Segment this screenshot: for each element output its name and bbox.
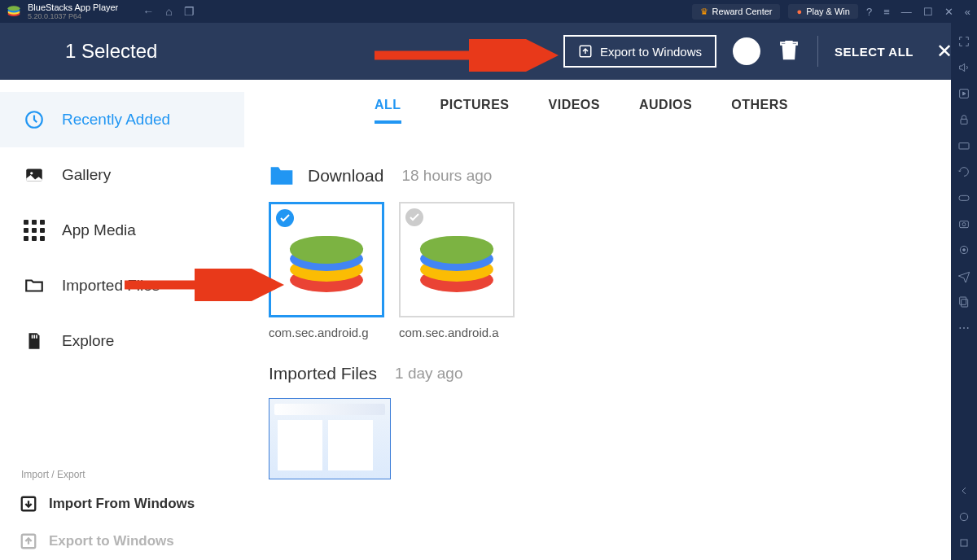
selection-count: 1 Selected <box>65 40 157 63</box>
copy-icon[interactable] <box>957 295 971 309</box>
keyboard-icon[interactable] <box>957 138 971 153</box>
sidebar-item-label: Explore <box>62 332 114 350</box>
screenshot-icon[interactable] <box>957 217 971 231</box>
nav-back-icon[interactable]: ← <box>142 5 154 18</box>
reward-center-button[interactable]: ♛Reward Center <box>692 4 781 20</box>
section-time: 18 hours ago <box>401 167 492 185</box>
section-time: 1 day ago <box>395 365 462 383</box>
clock-icon <box>23 108 46 131</box>
rotate-icon[interactable] <box>957 164 971 179</box>
svg-rect-14 <box>961 119 967 124</box>
bluestacks-stack-icon <box>290 227 363 292</box>
sidebar: Recently Added Gallery App Media Importe… <box>0 80 244 560</box>
svg-point-18 <box>962 223 966 226</box>
delete-button[interactable] <box>777 36 801 67</box>
svg-rect-24 <box>961 540 967 546</box>
grid-icon <box>23 219 46 242</box>
svg-point-20 <box>963 249 966 252</box>
sidebar-item-recently-added[interactable]: Recently Added <box>0 92 244 147</box>
nav-home-icon[interactable]: ⌂ <box>165 5 172 18</box>
filter-tabs: ALL PICTURES VIDEOS AUDIOS OTHERS <box>375 98 927 124</box>
window-maximize-icon[interactable]: ☐ <box>923 6 933 18</box>
location-icon[interactable] <box>957 243 971 257</box>
bluestacks-logo-icon <box>7 4 21 19</box>
fullscreen-icon[interactable] <box>957 34 971 49</box>
lock-icon[interactable] <box>957 112 971 127</box>
sidebar-item-app-media[interactable]: App Media <box>0 203 244 258</box>
sidebar-item-explore[interactable]: Explore <box>0 313 244 369</box>
section-imported: Imported Files 1 day ago <box>269 364 927 479</box>
folder-outline-icon <box>23 274 46 297</box>
folder-icon <box>269 164 295 187</box>
close-selection-icon[interactable]: ✕ <box>936 40 953 63</box>
sidebar-item-gallery[interactable]: Gallery <box>0 147 244 203</box>
file-name: com.sec.android.a <box>399 326 515 339</box>
nav-recent-icon[interactable]: ❐ <box>184 5 195 18</box>
tab-all[interactable]: ALL <box>375 98 401 124</box>
section-title: Download <box>308 166 383 186</box>
play-icon[interactable] <box>957 86 971 101</box>
tab-videos[interactable]: VIDEOS <box>549 98 600 124</box>
svg-point-3 <box>8 6 20 11</box>
more-icon[interactable]: ⋯ <box>957 321 971 335</box>
export-icon <box>578 44 593 59</box>
play-win-button[interactable]: ●Play & Win <box>788 4 857 19</box>
right-toolbar: ⋯ <box>951 23 977 560</box>
sidebar-item-label: Gallery <box>62 166 111 184</box>
svg-rect-15 <box>959 143 969 149</box>
svg-rect-10 <box>36 335 37 338</box>
titlebar: BlueStacks App Player 5.20.0.1037 P64 ← … <box>0 0 977 23</box>
content-area: ALL PICTURES VIDEOS AUDIOS OTHERS Downlo… <box>244 80 951 560</box>
checkbox-icon[interactable] <box>276 209 294 227</box>
selection-header: 1 Selected Export to Windows SELECT ALL … <box>0 23 977 80</box>
export-to-windows-sidebar-button[interactable]: Export to Windows <box>0 523 244 560</box>
svg-rect-21 <box>962 300 968 307</box>
imported-file-thumb[interactable] <box>269 398 391 479</box>
tab-pictures[interactable]: PICTURES <box>440 98 510 124</box>
svg-rect-8 <box>32 335 33 338</box>
tab-others[interactable]: OTHERS <box>731 98 788 124</box>
sidebar-item-imported-files[interactable]: Imported Files <box>0 258 244 313</box>
select-all-button[interactable]: SELECT ALL <box>835 45 913 59</box>
file-item[interactable]: com.sec.android.g <box>269 202 384 339</box>
sidebar-item-label: Recently Added <box>62 111 170 129</box>
menu-icon[interactable]: ≡ <box>883 6 890 18</box>
window-close-icon[interactable]: ✕ <box>944 6 953 18</box>
app-name: BlueStacks App Player <box>28 2 118 12</box>
file-name: com.sec.android.g <box>269 326 384 339</box>
share-button[interactable] <box>733 37 760 65</box>
bluestacks-stack-icon <box>420 227 493 292</box>
sidebar-footer-label: Import / Export <box>0 464 244 485</box>
checkbox-icon[interactable] <box>405 208 423 226</box>
gallery-icon <box>23 164 46 186</box>
window-collapse-icon[interactable]: « <box>965 6 970 18</box>
window-minimize-icon[interactable]: — <box>901 6 912 18</box>
import-from-windows-button[interactable]: Import From Windows <box>0 485 244 523</box>
help-icon[interactable]: ? <box>866 6 872 18</box>
android-recent-icon[interactable] <box>957 536 971 550</box>
android-back-icon[interactable] <box>957 483 971 498</box>
svg-point-23 <box>960 513 967 520</box>
svg-point-7 <box>30 172 33 174</box>
section-download: Download 18 hours ago com.sec.android. <box>269 164 927 339</box>
tab-audios[interactable]: AUDIOS <box>639 98 692 124</box>
svg-rect-9 <box>33 335 35 338</box>
plane-icon[interactable] <box>957 269 971 283</box>
volume-icon[interactable] <box>957 60 971 75</box>
import-icon <box>20 495 37 513</box>
sidebar-item-label: Imported Files <box>62 277 160 295</box>
svg-rect-17 <box>960 221 969 228</box>
export-to-windows-button[interactable]: Export to Windows <box>563 35 716 68</box>
svg-rect-16 <box>959 195 969 200</box>
app-version: 5.20.0.1037 P64 <box>28 12 118 20</box>
gamepad-icon[interactable] <box>957 190 971 205</box>
sidebar-item-label: App Media <box>62 221 136 239</box>
divider <box>817 36 818 67</box>
export-icon <box>20 532 37 550</box>
android-home-icon[interactable] <box>957 510 971 524</box>
sdcard-icon <box>23 330 46 352</box>
svg-rect-22 <box>960 297 966 304</box>
file-item[interactable]: com.sec.android.a <box>399 202 515 339</box>
section-title: Imported Files <box>269 364 377 383</box>
